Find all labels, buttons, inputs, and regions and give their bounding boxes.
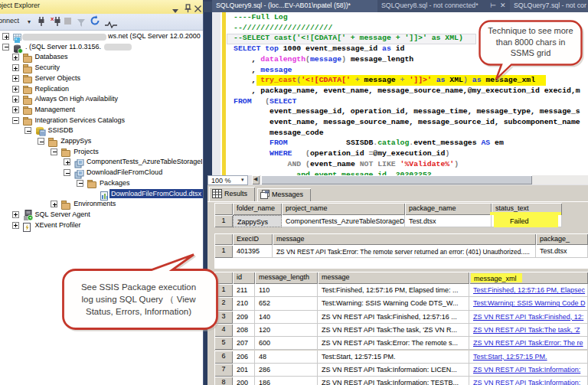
- svg-text:SSMS grid: SSMS grid: [511, 48, 551, 57]
- svg-text:See SSIS Package execution: See SSIS Package execution: [81, 282, 196, 292]
- svg-text:log using SQL Query （ View: log using SQL Query （ View: [82, 295, 197, 304]
- svg-text:Technique to see more: Technique to see more: [488, 26, 573, 35]
- svg-text:than 8000 chars in: than 8000 chars in: [496, 38, 566, 47]
- svg-text:Status, Errors, Information): Status, Errors, Information): [86, 307, 191, 316]
